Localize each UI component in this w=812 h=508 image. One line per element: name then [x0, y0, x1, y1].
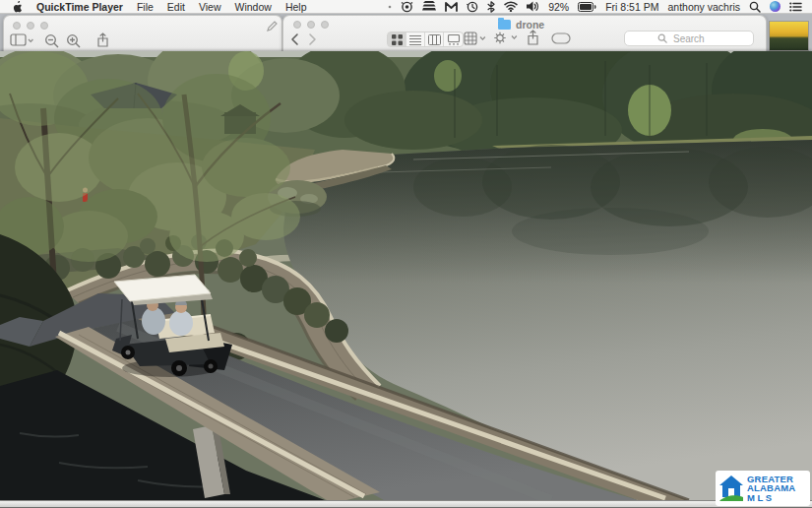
quicktime-video-window[interactable] — [0, 51, 812, 500]
eye-icon[interactable] — [401, 1, 413, 13]
close-button[interactable] — [13, 22, 21, 30]
video-scene — [0, 51, 812, 500]
bottom-window-edge — [0, 500, 812, 508]
apple-menu-icon[interactable] — [13, 1, 23, 13]
wifi-icon[interactable] — [504, 1, 518, 13]
minimize-button[interactable] — [27, 22, 34, 30]
passenger-left — [142, 307, 165, 335]
zoom-button[interactable] — [321, 21, 329, 29]
menu-bar-clock[interactable]: Fri 8:51 PM — [605, 1, 658, 13]
mls-watermark: GREATER ALABAMA MLS — [716, 471, 810, 506]
time-machine-icon[interactable] — [467, 1, 478, 13]
menu-edit[interactable]: Edit — [167, 1, 185, 13]
menu-help[interactable]: Help — [285, 1, 307, 13]
menu-bar-user[interactable]: anthony vachris — [667, 1, 740, 13]
zoom-button[interactable] — [40, 22, 48, 30]
markup-icon[interactable] — [266, 21, 278, 32]
minimize-button[interactable] — [307, 21, 315, 29]
volume-icon[interactable] — [527, 1, 539, 13]
menu-bar: QuickTime Player File Edit View Window H… — [0, 0, 812, 14]
tag-icon[interactable] — [551, 32, 571, 44]
recording-dot — [388, 1, 392, 13]
search-input[interactable] — [671, 32, 720, 45]
share-icon[interactable] — [527, 30, 539, 46]
column-view-icon[interactable] — [425, 32, 444, 46]
notification-center-icon[interactable] — [789, 1, 802, 13]
m-icon[interactable] — [445, 1, 458, 13]
gallery-view-icon[interactable] — [444, 32, 463, 46]
window-controls — [13, 22, 48, 30]
share-icon[interactable] — [96, 32, 109, 48]
sidebar-view-dropdown-icon[interactable] — [10, 33, 33, 47]
passenger-right — [169, 310, 193, 336]
menu-file[interactable]: File — [137, 1, 154, 13]
finder-window[interactable]: drone — [282, 15, 767, 51]
mls-house-icon — [718, 475, 744, 502]
group-dropdown-icon[interactable] — [464, 32, 487, 45]
zoom-in-icon[interactable] — [66, 33, 82, 48]
action-gear-icon[interactable] — [493, 31, 519, 45]
bluetooth-icon[interactable] — [487, 1, 495, 13]
icon-view-icon[interactable] — [388, 32, 406, 46]
siri-icon[interactable] — [770, 1, 781, 12]
menu-window[interactable]: Window — [235, 1, 272, 13]
view-switcher — [387, 32, 464, 47]
stack-icon[interactable] — [422, 1, 436, 13]
window-controls — [293, 21, 329, 29]
menu-view[interactable]: View — [199, 1, 221, 13]
back-icon[interactable] — [289, 32, 300, 46]
desktop-file-thumbnail[interactable] — [769, 21, 809, 51]
battery-percent: 92% — [548, 1, 569, 13]
list-view-icon[interactable] — [406, 32, 425, 46]
close-button[interactable] — [293, 21, 301, 29]
battery-icon[interactable] — [578, 1, 596, 13]
search-icon — [657, 33, 667, 43]
spotlight-icon[interactable] — [749, 1, 761, 13]
forward-icon[interactable] — [307, 32, 318, 46]
folder-icon — [498, 20, 511, 30]
mls-line3: MLS — [747, 493, 795, 503]
app-menu-quicktime[interactable]: QuickTime Player — [36, 1, 123, 13]
preview-window[interactable] — [3, 15, 282, 51]
zoom-out-icon[interactable] — [44, 33, 60, 48]
search-field[interactable] — [624, 31, 754, 46]
